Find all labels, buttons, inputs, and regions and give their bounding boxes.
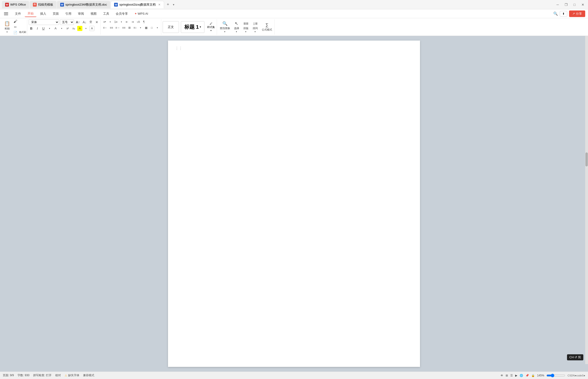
- hamburger-menu[interactable]: [3, 11, 9, 17]
- clear-format-button[interactable]: ✕: [94, 20, 100, 25]
- border-button[interactable]: □: [149, 25, 154, 30]
- font-name-selector[interactable]: 宋体: [29, 19, 59, 25]
- heading1-style[interactable]: 标题 1 ▾: [181, 21, 204, 33]
- cut-button[interactable]: ✂: [12, 24, 18, 30]
- tab-zhaomu[interactable]: 找 找稿壳模板: [30, 1, 56, 8]
- increase-indent-button[interactable]: ⇥: [130, 19, 135, 24]
- highlight-button[interactable]: A: [77, 26, 82, 31]
- decrease-font-button[interactable]: A↓: [82, 20, 87, 25]
- menu-file[interactable]: 文件: [12, 11, 24, 17]
- zoom-slider[interactable]: [546, 374, 565, 377]
- line-spacing-dropdown[interactable]: ▾: [138, 25, 143, 30]
- copy-button[interactable]: 📄: [12, 30, 18, 35]
- change-case-button[interactable]: 变: [88, 20, 93, 25]
- columns-button[interactable]: ⊞: [127, 25, 132, 30]
- menu-wps-ai-label: WPS AI: [138, 12, 148, 16]
- line-spacing-button[interactable]: ≡↕: [133, 25, 138, 30]
- italic-button[interactable]: I: [35, 26, 40, 31]
- missing-font-warning[interactable]: ⚠ 缺失字体: [65, 373, 79, 377]
- paste-dropdown[interactable]: ▾: [7, 31, 8, 33]
- bold-button[interactable]: B: [29, 26, 34, 31]
- tab-wps-office[interactable]: W WPS Office: [2, 1, 29, 8]
- typeset-button[interactable]: ≡≡ 排版 ▾: [242, 21, 250, 33]
- sort-order-dropdown[interactable]: ▾: [254, 31, 256, 33]
- numbering-button[interactable]: 1≡: [113, 19, 118, 24]
- ime-badge[interactable]: CH ↺ 简: [567, 354, 583, 360]
- word-count[interactable]: 字数: 930: [17, 373, 29, 377]
- add-tab-button[interactable]: +: [165, 2, 172, 7]
- bullets-dropdown[interactable]: ▾: [108, 19, 113, 24]
- format-painter-button[interactable]: 🖌: [12, 19, 18, 24]
- font-color-button[interactable]: A: [53, 26, 58, 31]
- more-tabs-button[interactable]: ▾: [172, 3, 175, 6]
- paste-button[interactable]: 📋 粘贴 ▾: [3, 20, 11, 34]
- sort-button[interactable]: ↕A: [135, 19, 141, 24]
- close-button[interactable]: ✕: [580, 1, 586, 8]
- menu-tools[interactable]: 工具: [100, 11, 112, 17]
- shading-button[interactable]: ▦: [144, 25, 149, 30]
- share-button[interactable]: ↗ 分享: [569, 11, 585, 17]
- menu-reference[interactable]: 引用: [63, 11, 74, 17]
- border-dropdown[interactable]: ▾: [155, 25, 160, 30]
- maximize-button[interactable]: □: [571, 1, 578, 8]
- grid-icon[interactable]: ⊞: [506, 374, 508, 377]
- tab-springboot1[interactable]: W springboot234if数据库文档.doc: [57, 1, 110, 8]
- compat-mode[interactable]: 兼容模式: [83, 373, 94, 377]
- pin-icon[interactable]: 📌: [525, 374, 529, 377]
- find-replace-button[interactable]: 🔍 查找替换 ▾: [218, 21, 232, 33]
- heading1-dropdown[interactable]: ▾: [200, 26, 201, 28]
- eye-icon[interactable]: 👁: [501, 374, 503, 377]
- char-shading-button[interactable]: A: [89, 26, 95, 31]
- increase-font-button[interactable]: A↑: [75, 20, 81, 25]
- list-icon[interactable]: ☰: [510, 374, 513, 377]
- bullets-button[interactable]: ≡•: [102, 19, 107, 24]
- align-center-button[interactable]: ≡≡: [109, 25, 114, 30]
- menu-view[interactable]: 视图: [88, 11, 100, 17]
- globe-icon[interactable]: 🌐: [520, 374, 523, 377]
- menu-wps-ai[interactable]: ✦ WPS AI: [132, 11, 151, 16]
- menu-review[interactable]: 审阅: [75, 11, 87, 17]
- menu-home[interactable]: 开始: [25, 11, 36, 17]
- subscript-button[interactable]: x₂: [71, 26, 76, 31]
- restore-button[interactable]: ❐: [563, 1, 569, 8]
- style-set-dropdown[interactable]: ▾: [210, 29, 212, 32]
- underline-button[interactable]: U: [41, 26, 46, 31]
- select-dropdown[interactable]: ▾: [236, 31, 237, 33]
- typeset-dropdown[interactable]: ▾: [245, 31, 246, 33]
- search-button[interactable]: 🔍: [553, 11, 558, 16]
- vertical-scrollbar[interactable]: [585, 36, 588, 364]
- formula-mode-button[interactable]: ∑ 公式模式: [260, 21, 273, 33]
- superscript-button[interactable]: x²: [65, 26, 70, 31]
- tab-close-button[interactable]: ✕: [158, 3, 161, 6]
- menu-member[interactable]: 会员专享: [113, 11, 131, 17]
- document-page[interactable]: ⋮⋮: [168, 41, 420, 367]
- decrease-indent-button[interactable]: ⇤: [124, 19, 130, 24]
- style-set-button[interactable]: 🖊 样式集 ▾: [206, 21, 216, 33]
- sort-order-button[interactable]: ↕≡ 排列 ▾: [251, 21, 259, 33]
- drag-handle[interactable]: ⋮⋮: [175, 46, 183, 51]
- align-left-button[interactable]: ≡←: [102, 25, 108, 30]
- font-color-dropdown[interactable]: ▾: [59, 26, 64, 31]
- justify-button[interactable]: ≡≡: [121, 25, 126, 30]
- select-button[interactable]: ↖ 选择 ▾: [232, 21, 241, 33]
- menu-page[interactable]: 页面: [50, 11, 62, 17]
- menu-insert[interactable]: 插入: [37, 11, 49, 17]
- paragraph-marks-button[interactable]: ¶: [141, 19, 146, 24]
- scroll-thumb[interactable]: [586, 152, 588, 166]
- normal-style[interactable]: 正文: [163, 21, 179, 33]
- lock-icon[interactable]: 🔒: [531, 374, 535, 377]
- numbering-dropdown[interactable]: ▾: [119, 19, 124, 24]
- play-icon[interactable]: ▶: [515, 374, 517, 377]
- proofread[interactable]: 校对: [55, 373, 61, 377]
- highlight-dropdown[interactable]: ▾: [83, 26, 88, 31]
- font-size-selector[interactable]: 五号: [60, 19, 74, 25]
- align-right-button[interactable]: ≡→: [115, 25, 121, 30]
- minimize-button[interactable]: ─: [554, 1, 561, 8]
- find-replace-dropdown[interactable]: ▾: [224, 31, 225, 33]
- spell-check[interactable]: 拼写检查: 打开: [33, 373, 51, 377]
- save-cloud-button[interactable]: ⬆: [560, 11, 567, 16]
- status-right: 👁 ⊞ ☰ ▶ 🌐 📌 🔒 145% CSDN●codeS●: [501, 374, 585, 377]
- underline-dropdown[interactable]: ▾: [47, 26, 52, 31]
- page-info[interactable]: 页面: 9/9: [3, 373, 14, 377]
- tab-springboot2[interactable]: W springboot2izxq数据库文档 ✕: [111, 1, 164, 8]
